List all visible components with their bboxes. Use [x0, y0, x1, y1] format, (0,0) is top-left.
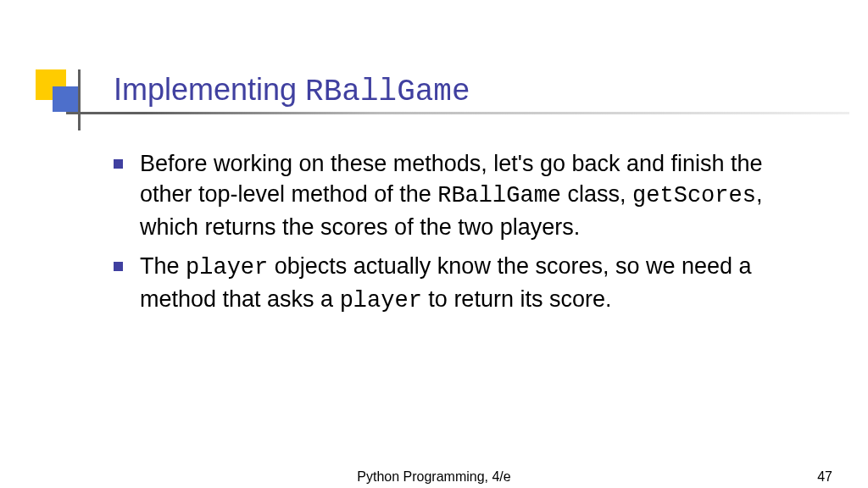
text-span: The	[140, 253, 186, 279]
slide-body: Before working on these methods, let's g…	[114, 148, 817, 324]
bullet-marker-icon	[114, 262, 123, 271]
bullet-text: Before working on these methods, let's g…	[140, 148, 817, 242]
code-span: getScores	[632, 183, 756, 208]
footer-page-number: 47	[817, 469, 832, 485]
blue-square-icon	[53, 86, 78, 112]
title-rule-vertical	[78, 69, 81, 130]
text-span: to return its score.	[422, 286, 612, 312]
bullet-text: The player objects actually know the sco…	[140, 251, 817, 316]
code-span: player	[186, 255, 268, 280]
title-code: RBallGame	[305, 75, 470, 109]
bullet-marker-icon	[114, 159, 123, 169]
bullet-item: Before working on these methods, let's g…	[114, 148, 817, 242]
code-span: RBallGame	[437, 183, 561, 208]
slide-decoration	[36, 69, 76, 110]
text-span: Before working on these methods, let	[140, 151, 518, 176]
title-rule-horizontal	[66, 112, 849, 114]
code-span: player	[340, 288, 422, 313]
footer-book-title: Python Programming, 4/e	[357, 469, 510, 485]
slide-title: Implementing RBallGame	[114, 72, 470, 109]
bullet-item: The player objects actually know the sco…	[114, 251, 817, 316]
title-prefix: Implementing	[114, 72, 305, 107]
text-span: class,	[561, 181, 632, 207]
